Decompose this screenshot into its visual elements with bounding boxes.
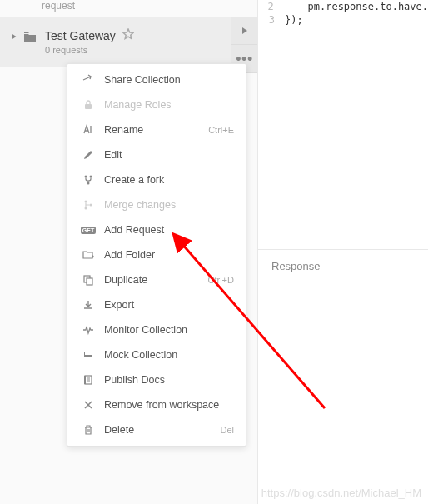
svg-point-1 [85, 176, 87, 178]
share-icon [79, 73, 97, 87]
svg-point-6 [90, 204, 92, 207]
menu-label: Share Collection [104, 74, 234, 86]
svg-rect-12 [84, 376, 86, 384]
publish-icon [79, 373, 97, 387]
menu-share-collection[interactable]: Share Collection [67, 67, 246, 92]
rename-icon [79, 123, 97, 137]
folder-icon [23, 31, 37, 44]
svg-point-4 [85, 201, 87, 203]
run-button[interactable] [231, 17, 257, 45]
menu-label: Add Folder [104, 249, 234, 261]
export-icon [79, 298, 97, 312]
delete-icon [79, 423, 97, 437]
collection-text: Test Gateway 0 requests [45, 28, 249, 55]
line-number: 2 [258, 0, 284, 13]
lock-icon [79, 98, 97, 112]
remove-icon [79, 398, 97, 412]
menu-duplicate[interactable]: Duplicate Ctrl+D [67, 267, 246, 292]
response-title: Response [271, 260, 321, 272]
menu-edit[interactable]: Edit [67, 142, 246, 167]
menu-monitor-collection[interactable]: Monitor Collection [67, 317, 246, 342]
collection-row[interactable]: Test Gateway 0 requests ••• [0, 17, 257, 67]
edit-icon [79, 148, 97, 162]
menu-label: Create a fork [104, 174, 234, 186]
svg-rect-8 [87, 278, 92, 285]
menu-delete[interactable]: Delete Del [67, 417, 246, 442]
menu-label: Mock Collection [104, 349, 234, 361]
svg-rect-0 [85, 104, 92, 109]
svg-point-2 [90, 176, 92, 178]
collection-subtitle: 0 requests [45, 45, 249, 55]
code-text: }); [285, 13, 303, 27]
menu-label: Rename [104, 124, 208, 136]
menu-label: Publish Docs [104, 374, 234, 386]
duplicate-icon [79, 273, 97, 287]
svg-rect-10 [85, 352, 92, 355]
menu-rename[interactable]: Rename Ctrl+E [67, 117, 246, 142]
expand-caret-icon[interactable] [10, 32, 18, 41]
menu-label: Monitor Collection [104, 324, 234, 336]
menu-label: Edit [104, 149, 234, 161]
menu-shortcut: Del [220, 425, 234, 435]
menu-shortcut: Ctrl+D [208, 275, 234, 285]
code-editor[interactable]: 2 pm.response.to.have. 3 }); [258, 0, 428, 250]
collection-title: Test Gateway [45, 28, 249, 42]
folder-add-icon [79, 248, 97, 262]
monitor-icon [79, 323, 97, 337]
menu-export[interactable]: Export [67, 292, 246, 317]
merge-icon [79, 198, 97, 212]
menu-publish-docs[interactable]: Publish Docs [67, 367, 246, 392]
menu-label: Duplicate [104, 274, 208, 286]
context-menu: Share Collection Manage Roles Rename Ctr… [67, 63, 246, 447]
menu-remove-workspace[interactable]: Remove from workspace [67, 392, 246, 417]
menu-label: Add Request [104, 224, 234, 236]
menu-merge-changes: Merge changes [67, 192, 246, 217]
get-icon: GET [79, 223, 97, 237]
svg-point-3 [87, 182, 90, 185]
code-line: 3 }); [258, 13, 428, 27]
svg-point-5 [85, 207, 87, 210]
menu-label: Merge changes [104, 199, 234, 211]
menu-label: Delete [104, 424, 220, 436]
prev-collection-item[interactable]: request [0, 0, 257, 17]
menu-label: Remove from workspace [104, 399, 234, 411]
code-line: 2 pm.response.to.have. [258, 0, 428, 13]
menu-create-fork[interactable]: Create a fork [67, 167, 246, 192]
menu-mock-collection[interactable]: Mock Collection [67, 342, 246, 367]
menu-manage-roles: Manage Roles [67, 92, 246, 117]
fork-icon [79, 173, 97, 187]
line-number: 3 [258, 13, 285, 27]
menu-add-request[interactable]: GET Add Request [67, 217, 246, 242]
watermark: https://blog.csdn.net/Michael_HM [261, 487, 421, 499]
menu-label: Manage Roles [104, 99, 234, 111]
mock-icon [79, 348, 97, 362]
menu-shortcut: Ctrl+E [208, 125, 234, 135]
response-panel: Response [258, 250, 428, 282]
code-text: pm.response.to.have. [284, 0, 428, 13]
collection-name: Test Gateway [45, 29, 116, 42]
star-icon[interactable] [122, 28, 134, 42]
menu-label: Export [104, 299, 234, 311]
menu-add-folder[interactable]: Add Folder [67, 242, 246, 267]
